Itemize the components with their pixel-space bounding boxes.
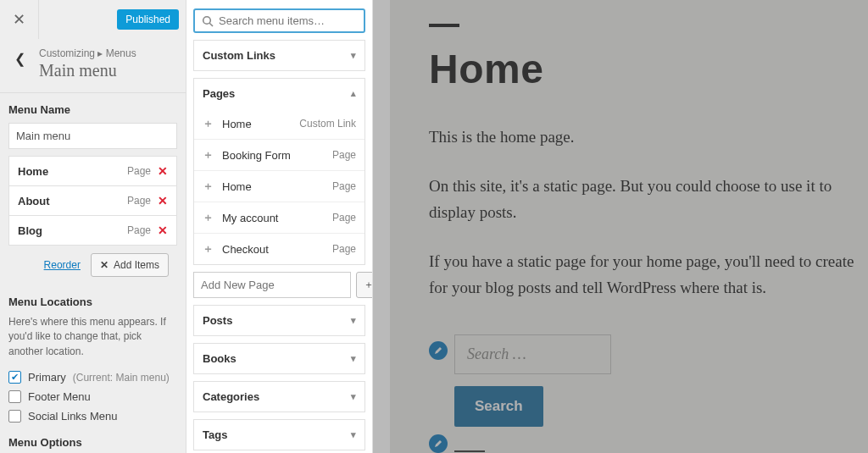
menu-item[interactable]: Home Page ✕ — [8, 156, 177, 186]
close-button[interactable]: ✕ — [0, 0, 39, 39]
page-type: Page — [332, 149, 356, 161]
section-label: Books — [203, 352, 236, 365]
plus-icon: ＋ — [203, 241, 214, 257]
section-categories[interactable]: Categories ▾ — [193, 381, 365, 412]
section-label: Categories — [203, 390, 259, 403]
menu-item-type: Page — [127, 195, 151, 207]
remove-icon[interactable]: ✕ — [158, 194, 168, 207]
page-row[interactable]: ＋ Booking Form Page — [194, 139, 364, 170]
page-row[interactable]: ＋ Checkout Page — [194, 233, 364, 264]
chevron-down-icon: ▾ — [351, 315, 356, 326]
checkbox-icon[interactable] — [8, 410, 21, 423]
section-label: Pages — [203, 87, 235, 100]
section-tags[interactable]: Tags ▾ — [193, 419, 365, 450]
menu-options-section: Menu Options Automatically add new top-l… — [0, 426, 186, 453]
chevron-down-icon: ▾ — [351, 429, 356, 440]
menu-item-type: Page — [127, 224, 151, 236]
search-input[interactable] — [219, 14, 361, 27]
search-icon — [202, 15, 214, 27]
page-type: Page — [332, 212, 356, 224]
page-row[interactable]: ＋ Home Page — [194, 170, 364, 202]
add-items-panel: Custom Links ▾ Pages ▴ ＋ Home Custom Lin… — [186, 0, 373, 453]
menu-item-type: Page — [127, 165, 151, 177]
customizer-left-panel: ✕ Published ❮ Customizing ▸ Menus Main m… — [0, 0, 186, 453]
new-page-input[interactable] — [193, 272, 351, 298]
menu-item-label: Home — [18, 165, 127, 178]
plus-icon: ＋ — [203, 147, 214, 163]
section-posts[interactable]: Posts ▾ — [193, 305, 365, 336]
page-type: Custom Link — [299, 118, 356, 130]
close-icon: ✕ — [13, 10, 25, 29]
menu-item-label: About — [18, 195, 127, 207]
section-label: Posts — [203, 314, 232, 327]
site-preview: Home This is the home page. On this site… — [390, 0, 868, 453]
breadcrumb: Customizing ▸ Menus — [39, 47, 175, 59]
menu-name-heading: Menu Name — [8, 103, 177, 116]
breadcrumb-prefix: Customizing ▸ — [39, 47, 106, 59]
add-new-page-row: ＋ Add — [193, 272, 365, 298]
back-button[interactable]: ❮ — [0, 47, 39, 67]
plus-icon: ＋ — [203, 116, 214, 131]
page-type: Page — [332, 243, 356, 255]
add-page-button[interactable]: ＋ Add — [356, 272, 373, 298]
menu-items-list: Home Page ✕ About Page ✕ Blog Page ✕ — [8, 156, 177, 246]
menu-name-input[interactable] — [8, 123, 177, 149]
section-label: Tags — [203, 428, 227, 441]
checkbox-icon[interactable] — [8, 390, 21, 403]
menu-name-section: Menu Name Home Page ✕ About Page ✕ Blog … — [0, 93, 186, 285]
section-pages[interactable]: Pages ▴ — [193, 78, 365, 108]
location-label: Primary — [28, 371, 66, 384]
add-items-button[interactable]: ✕ Add Items — [91, 253, 169, 277]
search-field[interactable] — [193, 8, 365, 33]
pages-list: ＋ Home Custom Link ＋ Booking Form Page ＋… — [193, 108, 365, 265]
menu-actions-row: Reorder ✕ Add Items — [8, 245, 177, 285]
breadcrumb-row: ❮ Customizing ▸ Menus Main menu — [0, 39, 186, 93]
reorder-link[interactable]: Reorder — [44, 259, 81, 271]
menu-locations-help: Here's where this menu appears. If you'd… — [8, 315, 177, 359]
page-label: Home — [222, 118, 252, 130]
close-icon: ✕ — [100, 259, 108, 271]
page-label: My account — [222, 212, 278, 224]
top-bar: ✕ Published — [0, 0, 186, 39]
svg-point-6 — [203, 16, 211, 24]
add-items-label: Add Items — [114, 259, 159, 271]
checkbox-icon[interactable]: ✔ — [8, 371, 21, 384]
svg-line-7 — [209, 23, 213, 26]
location-row-footer[interactable]: Footer Menu — [8, 387, 177, 406]
location-row-primary[interactable]: ✔ Primary (Current: Main menu) — [8, 367, 177, 387]
plus-icon: ＋ — [203, 179, 214, 194]
menu-locations-heading: Menu Locations — [8, 296, 177, 308]
panel-divider — [373, 0, 390, 453]
menu-locations-section: Menu Locations Here's where this menu ap… — [0, 285, 186, 426]
chevron-down-icon: ▾ — [351, 353, 356, 364]
location-current: (Current: Main menu) — [73, 372, 170, 384]
menu-item[interactable]: Blog Page ✕ — [8, 215, 177, 246]
chevron-down-icon: ▾ — [351, 391, 356, 402]
preview-dim-overlay — [390, 0, 868, 453]
menu-item[interactable]: About Page ✕ — [8, 185, 177, 216]
location-label: Footer Menu — [28, 390, 91, 403]
remove-icon[interactable]: ✕ — [158, 164, 168, 178]
page-row[interactable]: ＋ Home Custom Link — [194, 108, 364, 139]
menu-item-label: Blog — [18, 224, 127, 237]
page-label: Booking Form — [222, 149, 291, 162]
page-type: Page — [332, 180, 356, 192]
location-row-social[interactable]: Social Links Menu — [8, 406, 177, 426]
section-books[interactable]: Books ▾ — [193, 343, 365, 374]
chevron-down-icon: ▾ — [351, 50, 356, 61]
panel-title: Main menu — [39, 61, 175, 80]
breadcrumb-section: Menus — [106, 47, 136, 59]
plus-icon: ＋ — [364, 278, 373, 292]
menu-options-heading: Menu Options — [8, 436, 177, 449]
location-label: Social Links Menu — [28, 410, 118, 423]
section-label: Custom Links — [203, 49, 275, 62]
chevron-up-icon: ▴ — [351, 88, 356, 99]
chevron-left-icon: ❮ — [14, 51, 25, 67]
section-custom-links[interactable]: Custom Links ▾ — [193, 40, 365, 71]
page-label: Home — [222, 180, 252, 193]
plus-icon: ＋ — [203, 210, 214, 225]
page-row[interactable]: ＋ My account Page — [194, 202, 364, 233]
publish-status-button[interactable]: Published — [117, 9, 179, 30]
remove-icon[interactable]: ✕ — [158, 224, 168, 237]
page-label: Checkout — [222, 243, 269, 256]
